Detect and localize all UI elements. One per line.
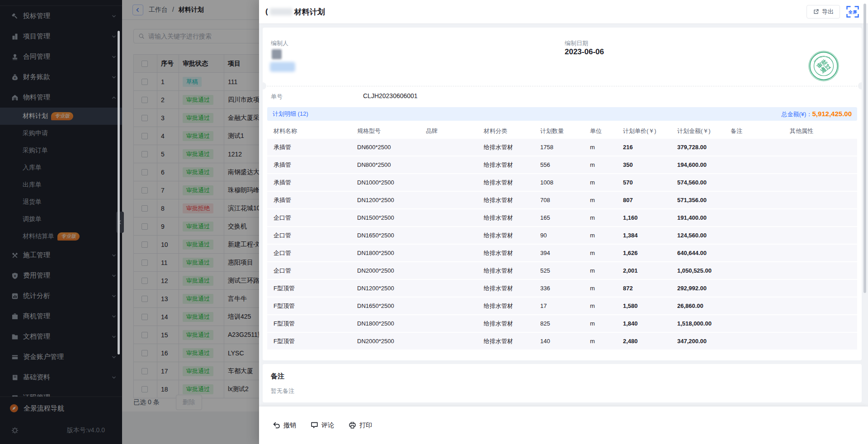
material-price: 570 — [617, 179, 671, 186]
detail-body: 承插管 DN600*2500 给排水管材 1758 m 216 379,728.… — [267, 139, 857, 350]
detail-row: 承插管 DN600*2500 给排水管材 1758 m 216 379,728.… — [267, 139, 857, 156]
material-category: 给排水管材 — [477, 284, 534, 293]
detail-row: 承插管 DN1200*2500 给排水管材 708 m 807 571,356.… — [267, 192, 857, 209]
material-amount: 640,644.00 — [671, 250, 724, 256]
material-price: 1,384 — [617, 232, 671, 239]
doc-no-value: CLJH20230606001 — [363, 92, 418, 99]
remark-card: 备注 暂无备注 — [263, 364, 862, 402]
approval-stamp: dougongyun.com 审批 通过 — [808, 50, 840, 82]
col-material-name: 材料名称 — [267, 127, 351, 135]
material-name: 企口管 — [267, 249, 351, 257]
material-unit: m — [584, 338, 617, 345]
detail-row: 企口管 DN2000*2500 给排水管材 525 m 2,001 1,050,… — [267, 262, 857, 280]
col-amount: 计划金额(￥) — [671, 127, 724, 135]
material-spec: DN1200*2500 — [351, 197, 420, 203]
sidebar-scrollbar[interactable] — [118, 31, 120, 354]
comment-button[interactable]: 评论 — [311, 421, 334, 430]
material-name: F型顶管 — [267, 284, 351, 293]
material-spec: DN800*2500 — [351, 161, 420, 168]
remark-title: 备注 — [271, 372, 854, 381]
export-button[interactable]: 导出 — [807, 5, 840, 19]
detail-row: 企口管 DN1500*2500 给排水管材 165 m 1,160 191,40… — [267, 209, 857, 227]
total-label: 总金额(¥)： — [782, 110, 812, 118]
redacted-name-blur — [270, 8, 292, 15]
material-amount: 571,356.00 — [671, 197, 724, 203]
material-spec: DN1650*2500 — [351, 232, 420, 239]
detail-row: 企口管 DN1650*2500 给排水管材 90 m 1,384 124,560… — [267, 227, 857, 245]
material-amount: 347,200.00 — [671, 338, 724, 345]
material-price: 872 — [617, 285, 671, 292]
material-category: 给排水管材 — [477, 161, 534, 169]
detail-row: F型顶管 DN1650*2500 给排水管材 17 m 1,580 26,860… — [267, 298, 857, 315]
doc-no-label: 单号 — [271, 93, 283, 101]
material-category: 给排水管材 — [477, 302, 534, 310]
material-price: 216 — [617, 144, 671, 151]
fullscreen-button[interactable]: 全屏 — [846, 6, 859, 18]
col-qty: 计划数量 — [534, 127, 584, 135]
material-name: 企口管 — [267, 267, 351, 275]
material-amount: 1,050,525.00 — [671, 267, 724, 274]
material-name: 承插管 — [267, 161, 351, 169]
drawer-title: ( 材料计划 — [265, 7, 325, 17]
material-unit: m — [584, 179, 617, 186]
print-button[interactable]: 打印 — [349, 421, 372, 430]
date-label: 编制日期 — [565, 39, 588, 47]
undo-button[interactable]: 撤销 — [273, 421, 296, 430]
material-name: F型顶管 — [267, 302, 351, 310]
material-unit: m — [584, 161, 617, 168]
material-spec: DN1800*2500 — [351, 320, 420, 327]
material-name: F型顶管 — [267, 337, 351, 345]
material-spec: DN1650*2500 — [351, 302, 420, 309]
material-qty: 1008 — [534, 179, 584, 186]
export-icon — [813, 9, 819, 15]
material-category: 给排水管材 — [477, 267, 534, 275]
material-category: 给排水管材 — [477, 337, 534, 345]
material-amount: 574,560.00 — [671, 179, 724, 186]
material-category: 给排水管材 — [477, 249, 534, 257]
material-amount: 191,400.00 — [671, 214, 724, 221]
material-name: F型顶管 — [267, 320, 351, 328]
material-amount: 124,560.00 — [671, 232, 724, 239]
creator-label: 编制人 — [271, 39, 288, 47]
detail-row: F型顶管 DN2000*2500 给排水管材 140 m 2,480 347,2… — [267, 333, 857, 350]
material-spec: DN2000*2500 — [351, 338, 420, 345]
col-unit: 单位 — [584, 127, 617, 135]
material-category: 给排水管材 — [477, 179, 534, 187]
material-category: 给排水管材 — [477, 143, 534, 151]
detail-row: 承插管 DN800*2500 给排水管材 556 m 350 194,600.0… — [267, 156, 857, 174]
material-qty: 140 — [534, 338, 584, 345]
print-icon — [349, 421, 356, 429]
material-plan-drawer: ( 材料计划 导出 全屏 编制人 编制日期 2023-06-06 — [259, 0, 868, 444]
material-qty: 556 — [534, 161, 584, 168]
material-name: 企口管 — [267, 231, 351, 240]
total-value: 5,912,425.00 — [812, 110, 852, 118]
material-amount: 1,518,000.00 — [671, 320, 724, 327]
drawer-scrollbar[interactable] — [863, 4, 866, 293]
material-qty: 17 — [534, 302, 584, 309]
material-unit: m — [584, 144, 617, 151]
material-unit: m — [584, 285, 617, 292]
detail-table: 材料名称 规格型号 品牌 材料分类 计划数量 单位 计划单价(￥) 计划金额(￥… — [267, 123, 857, 350]
material-price: 1,580 — [617, 302, 671, 309]
date-value: 2023-06-06 — [565, 47, 604, 57]
material-qty: 394 — [534, 250, 584, 256]
detail-title: 计划明细 (12) — [273, 110, 308, 118]
material-unit: m — [584, 232, 617, 239]
material-unit: m — [584, 302, 617, 309]
drawer-overlay[interactable] — [0, 0, 259, 444]
material-spec: DN1800*2500 — [351, 250, 420, 256]
detail-header-row: 材料名称 规格型号 品牌 材料分类 计划数量 单位 计划单价(￥) 计划金额(￥… — [267, 123, 857, 139]
drawer-title-prefix: ( — [265, 7, 268, 16]
material-price: 807 — [617, 197, 671, 203]
material-price: 2,480 — [617, 338, 671, 345]
drawer-title-text: 材料计划 — [294, 7, 325, 17]
material-price: 1,160 — [617, 214, 671, 221]
fullscreen-icon: 全屏 — [846, 6, 859, 18]
material-qty: 1758 — [534, 144, 584, 151]
divider-notch-left — [259, 82, 266, 90]
material-qty: 525 — [534, 267, 584, 274]
col-spec: 规格型号 — [351, 127, 420, 135]
material-name: 企口管 — [267, 214, 351, 222]
material-category: 给排水管材 — [477, 320, 534, 328]
col-note: 备注 — [724, 127, 783, 135]
